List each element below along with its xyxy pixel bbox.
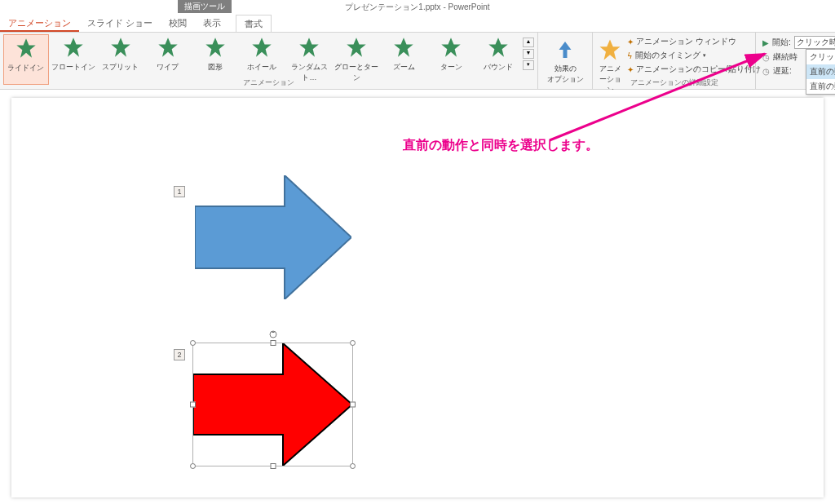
annotation-text: 直前の動作と同時を選択します。 bbox=[403, 137, 599, 154]
handle-ne[interactable] bbox=[350, 340, 356, 346]
animation-pane-button[interactable]: ✦ アニメーション ウィンドウ bbox=[627, 36, 761, 47]
svg-marker-2 bbox=[111, 38, 130, 56]
tab-format[interactable]: 書式 bbox=[236, 15, 272, 32]
star-icon bbox=[109, 36, 132, 59]
ribbon-tabs: アニメーション スライド ショー 校閲 表示 書式 bbox=[0, 15, 835, 33]
handle-sw[interactable] bbox=[190, 463, 196, 469]
star-icon bbox=[298, 36, 320, 59]
animation-tag-2[interactable]: 2 bbox=[174, 349, 185, 360]
group-label-animation: アニメーション bbox=[0, 77, 537, 88]
red-arrow-shape[interactable] bbox=[193, 343, 352, 466]
trigger-button[interactable]: ϟ 開始のタイミング▾ bbox=[627, 50, 761, 61]
start-dropdown[interactable]: クリック時 ▼ bbox=[794, 36, 835, 49]
svg-marker-9 bbox=[441, 38, 460, 56]
star-icon bbox=[157, 36, 179, 59]
clock-icon: ◷ bbox=[762, 67, 770, 76]
svg-marker-1 bbox=[64, 38, 82, 56]
star-icon bbox=[62, 36, 85, 59]
play-icon: ▶ bbox=[762, 38, 769, 47]
rotate-handle[interactable] bbox=[269, 327, 277, 335]
animation-painter-button[interactable]: ✦ アニメーションのコピー/貼り付け bbox=[627, 64, 761, 75]
svg-marker-6 bbox=[300, 38, 319, 56]
svg-marker-11 bbox=[600, 40, 621, 60]
svg-marker-5 bbox=[253, 38, 272, 56]
option-with-previous[interactable]: 直前の動作と同時 bbox=[806, 64, 835, 79]
star-icon bbox=[15, 37, 38, 60]
pane-icon: ✦ bbox=[627, 38, 634, 46]
slide-canvas[interactable]: 1 2 直前の動作と同時を選択します。 bbox=[0, 90, 835, 504]
gallery-scroll-up[interactable]: ▲ bbox=[523, 38, 534, 47]
star-icon bbox=[440, 36, 462, 59]
ribbon-group-animation: ライドイン フロートイン スプリット ワイプ 図形 ホイール bbox=[0, 33, 538, 89]
star-icon bbox=[392, 36, 415, 59]
duration-label: 継続時 bbox=[773, 51, 797, 63]
svg-marker-4 bbox=[205, 38, 224, 56]
handle-w[interactable] bbox=[190, 402, 196, 408]
clock-icon: ◷ bbox=[762, 53, 770, 62]
arrow-up-icon bbox=[553, 38, 577, 62]
handle-e[interactable] bbox=[350, 402, 356, 408]
svg-marker-13 bbox=[193, 343, 352, 466]
handle-s[interactable] bbox=[270, 463, 276, 469]
star-icon bbox=[250, 36, 273, 59]
option-after-previous[interactable]: 直前の動作の後 bbox=[806, 79, 835, 94]
star-icon bbox=[204, 36, 227, 59]
painter-icon: ✦ bbox=[627, 65, 634, 74]
tab-animation[interactable]: アニメーション bbox=[0, 15, 79, 32]
group-label-advanced: アニメーションの詳細設定 bbox=[593, 77, 755, 88]
tab-view[interactable]: 表示 bbox=[195, 15, 229, 32]
star-icon bbox=[487, 36, 510, 59]
ribbon-group-timing: ▶ 開始: クリック時 ▼ アニ ◷ 継続時 ◷ 遅延: クリック時 直前の動作… bbox=[756, 33, 835, 89]
svg-marker-3 bbox=[158, 38, 177, 56]
gallery-scroll-down[interactable]: ▼ bbox=[523, 49, 534, 59]
window-title: プレゼンテーション1.pptx - PowerPoint bbox=[345, 2, 489, 11]
ribbon-group-effect-options: 効果の オプション bbox=[538, 33, 593, 89]
option-on-click[interactable]: クリック時 bbox=[806, 50, 835, 64]
svg-marker-8 bbox=[395, 38, 413, 56]
gallery-more[interactable]: ▾ bbox=[523, 60, 534, 70]
start-label: 開始: bbox=[772, 37, 791, 48]
svg-marker-0 bbox=[16, 38, 35, 57]
star-plus-icon bbox=[598, 38, 622, 62]
slide[interactable]: 1 2 直前の動作と同時を選択します。 bbox=[11, 98, 824, 497]
red-arrow-selection[interactable] bbox=[192, 343, 353, 466]
handle-nw[interactable] bbox=[190, 340, 196, 346]
animation-tag-1[interactable]: 1 bbox=[174, 186, 185, 197]
handle-n[interactable] bbox=[270, 340, 276, 346]
contextual-tab-header: 描画ツール bbox=[178, 0, 232, 13]
title-bar: プレゼンテーション1.pptx - PowerPoint 描画ツール bbox=[0, 0, 835, 15]
svg-marker-10 bbox=[488, 38, 507, 56]
start-dropdown-list: クリック時 直前の動作と同時 直前の動作の後 bbox=[806, 49, 835, 95]
tab-slideshow[interactable]: スライド ショー bbox=[79, 15, 161, 32]
star-icon bbox=[345, 36, 368, 59]
handle-se[interactable] bbox=[350, 463, 356, 469]
ribbon-group-advanced: アニメーション の追加 ✦ アニメーション ウィンドウ ϟ 開始のタイミング▾ … bbox=[593, 33, 756, 89]
lightning-icon: ϟ bbox=[627, 51, 633, 60]
ribbon: ライドイン フロートイン スプリット ワイプ 図形 ホイール bbox=[0, 33, 835, 90]
delay-label: 遅延: bbox=[773, 65, 792, 77]
blue-arrow-shape[interactable] bbox=[195, 175, 351, 299]
tab-review[interactable]: 校閲 bbox=[161, 15, 195, 32]
effect-options-button[interactable]: 効果の オプション bbox=[541, 34, 589, 88]
svg-marker-7 bbox=[347, 38, 366, 56]
svg-marker-12 bbox=[195, 175, 351, 299]
